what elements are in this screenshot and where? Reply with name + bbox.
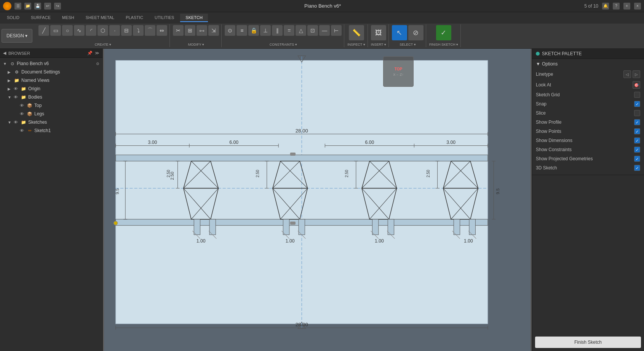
circle-tool[interactable]: ○ xyxy=(62,25,73,36)
project-tool[interactable]: ⤵ xyxy=(133,25,144,36)
finish-sketch-ribbon-tool[interactable]: ✓ xyxy=(436,25,451,40)
midpoint-tool[interactable]: ⊢ xyxy=(331,25,342,36)
browser-item-top[interactable]: 👁 📦 Top xyxy=(0,101,102,110)
linetype-right-btn[interactable]: ▷ xyxy=(633,70,640,78)
new-icon[interactable]: ☰ xyxy=(14,3,21,10)
equal-tool[interactable]: = xyxy=(284,25,294,36)
lock-tool[interactable]: 🔒 xyxy=(248,25,259,36)
spline-tool[interactable]: ∿ xyxy=(74,25,85,36)
show-projected-checkbox[interactable]: ✓ xyxy=(634,156,640,162)
tab-sheet-metal[interactable]: SHEET METAL xyxy=(80,14,120,22)
linetype-left-btn[interactable]: ◁ xyxy=(623,70,631,78)
tab-utilities[interactable]: UTILITIES xyxy=(149,14,179,22)
origin-eye[interactable]: 👁 xyxy=(14,86,19,91)
slot-tool[interactable]: ⊟ xyxy=(121,25,132,36)
top-eye[interactable]: 👁 xyxy=(20,103,25,108)
browser-item-sketches[interactable]: ▼ 👁 📁 Sketches xyxy=(0,118,102,126)
group-select: ↖ ⊘ SELECT ▾ xyxy=(390,24,426,47)
triangle-tool[interactable]: △ xyxy=(296,25,306,36)
browser-item-root[interactable]: ▼ ⊙ Piano Bench v6 ⚙ xyxy=(0,59,102,68)
rect-tool[interactable]: ▭ xyxy=(50,25,61,36)
tab-solid[interactable]: SOLID xyxy=(2,14,25,22)
add-tab-icon[interactable]: + xyxy=(623,3,630,10)
linetype-label: Linetype xyxy=(536,72,623,77)
line-tool[interactable]: ╱ xyxy=(38,25,49,36)
palette-options-header[interactable]: ▼ Options xyxy=(536,61,640,67)
select-filter-tool[interactable]: ⊘ xyxy=(408,25,423,40)
extend-tool[interactable]: ⊞ xyxy=(185,25,195,36)
show-profile-label: Show Profile xyxy=(536,120,634,125)
undo-icon[interactable]: ↩ xyxy=(44,3,51,10)
redo-icon[interactable]: ↪ xyxy=(54,3,61,10)
collinear-tool[interactable]: ≡ xyxy=(237,25,247,36)
origin-arrow: ▶ xyxy=(8,87,12,91)
bodies-eye[interactable]: 👁 xyxy=(14,95,19,99)
scale-tool[interactable]: ⇲ xyxy=(208,25,219,36)
sketches-arrow: ▼ xyxy=(8,120,12,124)
snap-checkbox[interactable]: ✓ xyxy=(634,101,640,107)
inspect-label: INSPECT ▾ xyxy=(347,43,365,46)
browser-collapse-icon[interactable]: ◀ xyxy=(3,51,6,56)
root-options-icon[interactable]: ⚙ xyxy=(96,62,99,66)
svg-text:1.00: 1.00 xyxy=(197,238,206,244)
named-views-icon: 📁 xyxy=(14,77,20,83)
measure-tool[interactable]: 📏 xyxy=(349,25,364,40)
fillet-tool[interactable]: ⌒ xyxy=(145,25,155,36)
coincident-tool[interactable]: ⊙ xyxy=(225,25,235,36)
sketches-eye[interactable]: 👁 xyxy=(14,120,19,124)
tab-sketch[interactable]: SKETCH xyxy=(180,14,208,22)
sketch-canvas[interactable]: 28.00 28.00 3.00 6.00 6.00 3.00 xyxy=(103,49,532,351)
save-icon[interactable]: 💾 xyxy=(34,3,41,10)
show-dimensions-checkbox[interactable]: ✓ xyxy=(634,137,640,144)
browser-expand-icon[interactable]: ≫ xyxy=(95,51,99,56)
select-tool[interactable]: ↖ xyxy=(392,25,407,40)
help-icon[interactable]: ? xyxy=(613,3,620,10)
sketches-label: Sketches xyxy=(28,120,47,125)
design-button[interactable]: DESIGN ▾ xyxy=(2,29,32,43)
tab-mesh[interactable]: MESH xyxy=(57,14,80,22)
arc-tool[interactable]: ◜ xyxy=(86,25,96,36)
browser-item-doc-settings[interactable]: ▶ ⚙ Document Settings xyxy=(0,68,102,76)
palette-options-section: ▼ Options Linetype ◁ ▷ Look At 🎯 Sketch … xyxy=(532,59,644,175)
legs-eye[interactable]: 👁 xyxy=(20,112,25,116)
titlebar-center: Piano Bench v6* xyxy=(304,3,341,9)
browser-item-sketch1[interactable]: 👁 ✏ Sketch1 xyxy=(0,126,102,135)
parallel-tool[interactable]: ∥ xyxy=(272,25,283,36)
svg-text:3.00: 3.00 xyxy=(148,140,157,145)
horizontal-tool[interactable]: — xyxy=(319,25,330,36)
perpendicular-tool[interactable]: ⊥ xyxy=(260,25,271,36)
show-points-checkbox[interactable]: ✓ xyxy=(634,128,640,134)
mirror-tool[interactable]: ⇔ xyxy=(157,25,167,36)
canvas-area[interactable]: 28.00 28.00 3.00 6.00 6.00 3.00 xyxy=(103,49,532,351)
point-tool[interactable]: · xyxy=(109,25,120,36)
nav-cube[interactable]: TOP X→ Z↑ xyxy=(383,56,414,87)
snap-label: Snap xyxy=(536,101,634,107)
look-at-btn[interactable]: 🎯 xyxy=(633,81,640,89)
slice-checkbox[interactable] xyxy=(634,110,640,116)
show-profile-checkbox[interactable]: ✓ xyxy=(634,119,640,125)
svg-rect-14 xyxy=(194,219,200,235)
sketch1-eye[interactable]: 👁 xyxy=(20,128,25,133)
tab-plastic[interactable]: PLASTIC xyxy=(120,14,149,22)
browser-item-bodies[interactable]: ▼ 👁 📁 Bodies xyxy=(0,93,102,101)
browser-item-legs[interactable]: 👁 📦 Legs xyxy=(0,110,102,118)
sketch-grid-checkbox[interactable] xyxy=(634,92,640,98)
offset-tool[interactable]: ⧟ xyxy=(197,25,207,36)
insert-image-tool[interactable]: 🖼 xyxy=(371,25,386,40)
palette-row-3d-sketch: 3D Sketch ✓ xyxy=(536,163,640,172)
polygon-tool[interactable]: ⬡ xyxy=(97,25,108,36)
browser-item-origin[interactable]: ▶ 👁 📁 Origin xyxy=(0,85,102,93)
browser-pin-icon[interactable]: 📌 xyxy=(87,51,93,56)
tab-surface[interactable]: SURFACE xyxy=(26,14,56,22)
finish-sketch-button[interactable]: Finish Sketch xyxy=(535,337,641,348)
open-icon[interactable]: 📁 xyxy=(24,3,31,10)
trim-tool[interactable]: ✂ xyxy=(173,25,184,36)
show-constraints-checkbox[interactable]: ✓ xyxy=(634,147,640,153)
3d-sketch-checkbox[interactable]: ✓ xyxy=(634,165,640,171)
browser-item-named-views[interactable]: ▶ 📁 Named Views xyxy=(0,76,102,85)
close-icon[interactable]: × xyxy=(634,3,641,10)
ribbon-tabs: SOLID SURFACE MESH SHEET METAL PLASTIC U… xyxy=(0,12,644,24)
notification-icon[interactable]: 🔔 xyxy=(602,3,609,10)
ribbon-content: DESIGN ▾ ╱ ▭ ○ ∿ ◜ ⬡ · ⊟ ⤵ ⌒ ⇔ CREATE ▾ … xyxy=(0,24,644,48)
tangent-tool[interactable]: ⊡ xyxy=(307,25,318,36)
